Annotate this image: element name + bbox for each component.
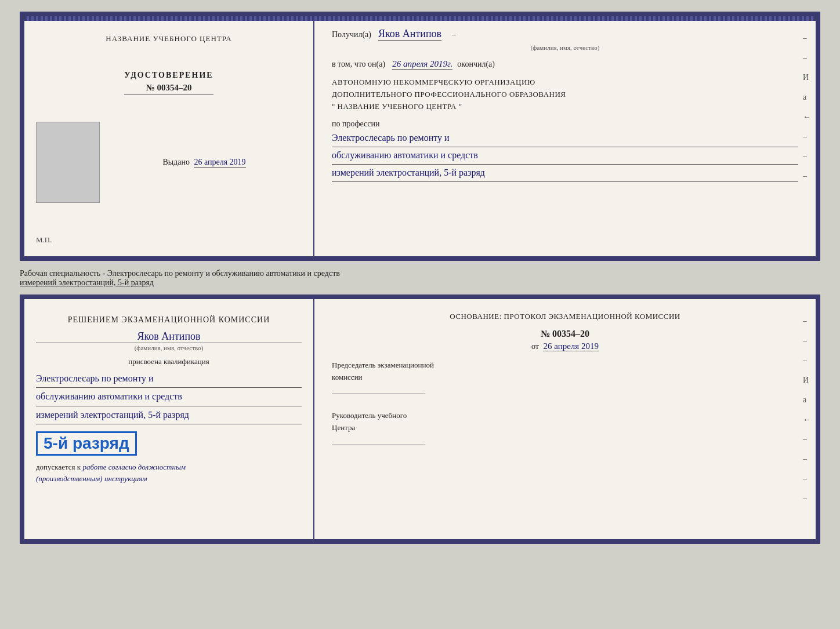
okonchil-label: окончил(а) [457,60,495,69]
side-dashes-bottom: – – – И а ← – – – – [803,317,811,503]
ot-label: от [531,342,539,351]
mp-label: М.П. [36,235,52,245]
top-right-panel: Получил(а) Яков Антипов – (фамилия, имя,… [314,16,816,256]
bottom-left-panel: Решением экзаменационной комиссии Яков А… [24,299,314,539]
prof-line1: Электрослесарь по ремонту и [332,130,798,147]
vtom-field: в том, что он(а) 26 апреля 2019г. окончи… [332,59,798,70]
top-left-panel: НАЗВАНИЕ УЧЕБНОГО ЦЕНТРА УДОСТОВЕРЕНИЕ №… [24,16,314,256]
bottom-document: Решением экзаменационной комиссии Яков А… [20,294,820,544]
bottom-fio: Яков Антипов [36,330,302,343]
bottom-right-panel: Основание: протокол экзаменационной коми… [314,299,816,539]
poluchil-label: Получил(а) [332,30,371,39]
org-line2: ДОПОЛНИТЕЛЬНОГО ПРОФЕССИОНАЛЬНОГО ОБРАЗО… [332,89,798,101]
rukovoditel-block: Руководитель учебного Центра [332,410,798,449]
dopuskaetsya-hand: работе согласно должностным [82,463,186,471]
ot-date-value: 26 апреля 2019 [543,341,599,351]
recipient-fio: Яков Антипов [378,28,441,41]
dopuskaetsya-label: допускается к [36,463,81,471]
komissia-title: Решением экзаменационной комиссии [36,314,302,326]
osnovanie-block: Основание: протокол экзаменационной коми… [332,311,798,323]
cert-block: УДОСТОВЕРЕНИЕ № 00354–20 [124,71,213,94]
poluchil-field: Получил(а) Яков Антипов – [332,28,798,41]
rukovoditel-line1: Руководитель учебного [332,410,798,422]
photo-placeholder [36,122,100,203]
middle-line2: измерений электростанций, 5-й разряд [20,278,820,288]
prisvoena-text: присвоена квалификация [36,357,302,366]
org-line3: " НАЗВАНИЕ УЧЕБНОГО ЦЕНТРА " [332,101,798,113]
kval-line1: Электрослесарь по ремонту и [36,370,302,388]
top-document: НАЗВАНИЕ УЧЕБНОГО ЦЕНТРА УДОСТОВЕРЕНИЕ №… [20,12,820,261]
bottom-fio-sub: (фамилия, имя, отчество) [36,344,302,351]
school-name-top: НАЗВАНИЕ УЧЕБНОГО ЦЕНТРА [106,34,231,44]
vydano-block: Выдано 26 апреля 2019 [162,158,245,167]
predsedatel-line2: комиссии [332,372,798,384]
rukovoditel-signature-line [332,445,425,445]
vtom-label: в том, что он(а) [332,60,385,69]
predsedatel-block: Председатель экзаменационной комиссии [332,359,798,398]
fio-sub-top: (фамилия, имя, отчество) [332,44,798,51]
middle-text-block: Рабочая специальность - Электрослесарь п… [20,266,820,290]
kval-line3: измерений электростанций, 5-й разряд [36,406,302,424]
po-professii-label: по профессии [332,119,798,129]
prof-line3: измерений электростанций, 5-й разряд [332,165,798,182]
cert-date: 26 апреля 2019г. [392,59,452,70]
rukovoditel-line2: Центра [332,422,798,434]
vydano-label: Выдано [162,158,190,166]
ot-date-block: от 26 апреля 2019 [332,341,798,351]
vydano-date: 26 апреля 2019 [194,158,245,168]
instruktsiyam-text: (производственным) инструкциям [36,474,147,483]
dopuskaetsya-block: допускается к работе согласно должностны… [36,461,302,484]
org-block: АВТОНОМНУЮ НЕКОММЕРЧЕСКУЮ ОРГАНИЗАЦИЮ ДО… [332,77,798,112]
middle-line1: Рабочая специальность - Электрослесарь п… [20,269,820,278]
side-dashes-top: – – И а ← – – – [803,34,811,181]
prof-line2: обслуживанию автоматики и средств [332,147,798,165]
predsedatel-line1: Председатель экзаменационной [332,359,798,372]
proto-number: № 00354–20 [332,329,798,339]
cert-title: УДОСТОВЕРЕНИЕ [124,71,213,80]
razryad-badge: 5-й разряд [36,431,137,456]
profession-block: по профессии Электрослесарь по ремонту и… [332,119,798,181]
kval-line2: обслуживанию автоматики и средств [36,388,302,406]
org-line1: АВТОНОМНУЮ НЕКОММЕРЧЕСКУЮ ОРГАНИЗАЦИЮ [332,77,798,89]
predsedatel-signature-line [332,394,425,394]
cert-number: № 00354–20 [124,83,213,94]
